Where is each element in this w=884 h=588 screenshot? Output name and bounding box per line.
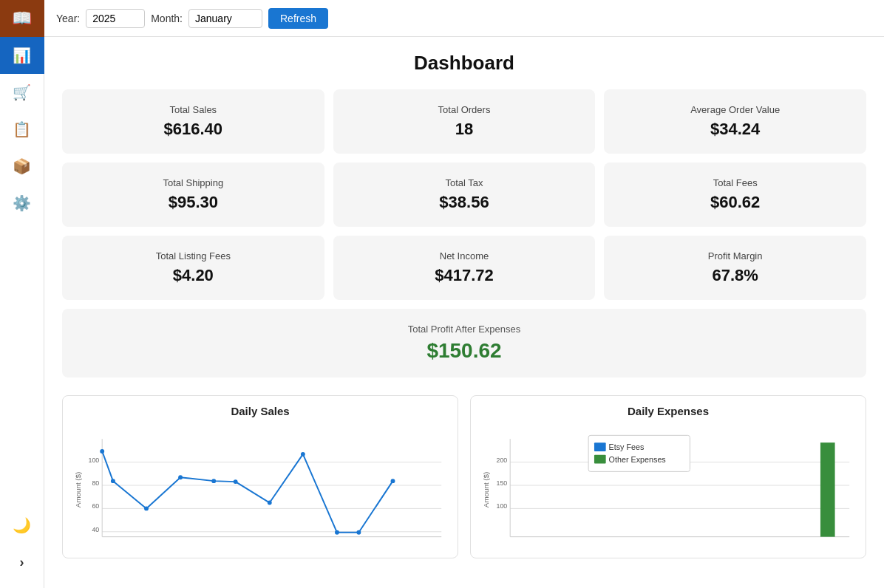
- svg-point-18: [301, 452, 305, 457]
- list-icon: 📋: [13, 120, 31, 138]
- sidebar: 📖 📊 🛒 📋 📦 ⚙️ 🌙 ›: [0, 0, 44, 588]
- sidebar-item-orders[interactable]: 🛒: [0, 74, 44, 111]
- main-content: Year: Month: Refresh Dashboard Total Sal…: [44, 0, 884, 588]
- metric-total-shipping-label: Total Shipping: [77, 177, 310, 188]
- profit-value: $150.62: [77, 339, 851, 363]
- svg-point-21: [391, 479, 395, 483]
- metric-listing-fees: Total Listing Fees $4.20: [62, 236, 324, 300]
- svg-point-12: [111, 479, 115, 483]
- metric-total-shipping-value: $95.30: [77, 193, 310, 212]
- svg-text:60: 60: [92, 502, 99, 510]
- daily-sales-svg: Amount ($) 40 60 80 100: [72, 423, 449, 549]
- metric-net-income-label: Net Income: [348, 250, 581, 261]
- svg-point-19: [335, 530, 339, 535]
- daily-sales-chart: Daily Sales Amount ($) 40 60 80 100: [62, 395, 458, 558]
- svg-point-20: [356, 530, 361, 535]
- metric-total-fees-label: Total Fees: [619, 177, 851, 188]
- sidebar-item-settings[interactable]: ⚙️: [0, 185, 44, 222]
- svg-text:Etsy Fees: Etsy Fees: [609, 442, 645, 451]
- svg-text:Amount ($): Amount ($): [482, 472, 490, 507]
- content-area: Dashboard Total Sales $616.40 Total Orde…: [44, 37, 884, 588]
- sidebar-collapse-button[interactable]: ›: [0, 544, 44, 581]
- svg-point-16: [234, 479, 238, 484]
- month-input[interactable]: [188, 9, 262, 28]
- metric-net-income-value: $417.72: [348, 266, 581, 285]
- metric-avg-order-value-label: Average Order Value: [619, 104, 851, 115]
- metric-avg-order-value-value: $34.24: [619, 120, 851, 139]
- year-label: Year:: [56, 13, 80, 24]
- metric-total-tax: Total Tax $38.56: [333, 163, 596, 227]
- profit-banner: Total Profit After Expenses $150.62: [62, 309, 866, 377]
- metric-net-income: Net Income $417.72: [333, 236, 596, 300]
- page-title: Dashboard: [62, 52, 866, 75]
- daily-expenses-chart: Daily Expenses Amount ($) 100 150 200: [470, 395, 866, 558]
- box-icon: 📦: [13, 157, 31, 175]
- topbar: Year: Month: Refresh: [44, 0, 884, 37]
- sidebar-item-darkmode[interactable]: 🌙: [0, 507, 44, 544]
- year-input[interactable]: [86, 9, 145, 28]
- svg-rect-31: [820, 442, 835, 536]
- svg-text:150: 150: [497, 479, 508, 487]
- daily-sales-area: Amount ($) 40 60 80 100: [72, 423, 449, 549]
- svg-text:Amount ($): Amount ($): [74, 472, 82, 507]
- chevron-right-icon: ›: [20, 555, 24, 570]
- metric-listing-fees-label: Total Listing Fees: [77, 250, 310, 261]
- metric-listing-fees-value: $4.20: [77, 266, 310, 285]
- moon-icon: 🌙: [13, 516, 31, 534]
- svg-text:40: 40: [92, 526, 99, 533]
- metric-total-tax-label: Total Tax: [348, 177, 581, 188]
- metric-total-sales-value: $616.40: [77, 120, 310, 139]
- metric-total-sales: Total Sales $616.40: [62, 89, 324, 154]
- svg-text:100: 100: [497, 502, 508, 510]
- metric-total-sales-label: Total Sales: [77, 104, 310, 115]
- daily-sales-title: Daily Sales: [72, 405, 449, 417]
- sidebar-item-listings[interactable]: 📋: [0, 111, 44, 148]
- daily-expenses-title: Daily Expenses: [480, 405, 857, 417]
- profit-label: Total Profit After Expenses: [77, 324, 851, 335]
- svg-text:Other Expenses: Other Expenses: [609, 455, 666, 464]
- metric-total-fees: Total Fees $60.62: [604, 163, 866, 227]
- metric-total-orders: Total Orders 18: [333, 89, 596, 154]
- daily-expenses-area: Amount ($) 100 150 200: [480, 423, 857, 549]
- charts-row: Daily Sales Amount ($) 40 60 80 100: [62, 395, 866, 558]
- metric-profit-margin-value: 67.8%: [619, 266, 851, 285]
- metrics-row-3: Total Listing Fees $4.20 Net Income $417…: [62, 236, 866, 300]
- refresh-button[interactable]: Refresh: [268, 8, 328, 29]
- svg-point-15: [211, 479, 216, 483]
- metric-profit-margin: Profit Margin 67.8%: [604, 236, 866, 300]
- sidebar-item-dashboard[interactable]: 📊: [0, 37, 44, 74]
- svg-rect-32: [588, 435, 690, 471]
- svg-point-14: [178, 475, 183, 479]
- month-label: Month:: [151, 13, 183, 24]
- gear-icon: ⚙️: [13, 194, 31, 212]
- metric-total-orders-value: 18: [348, 120, 581, 139]
- svg-text:200: 200: [497, 457, 508, 464]
- sidebar-bottom: 🌙 ›: [0, 507, 44, 588]
- metric-total-fees-value: $60.62: [619, 193, 851, 212]
- svg-text:100: 100: [89, 457, 100, 464]
- cart-icon: 🛒: [13, 83, 31, 101]
- daily-expenses-svg: Amount ($) 100 150 200: [480, 423, 857, 549]
- sidebar-logo[interactable]: 📖: [0, 0, 44, 37]
- svg-rect-35: [594, 455, 606, 464]
- metric-total-tax-value: $38.56: [348, 193, 581, 212]
- metric-profit-margin-label: Profit Margin: [619, 250, 851, 261]
- metrics-row-1: Total Sales $616.40 Total Orders 18 Aver…: [62, 89, 866, 154]
- svg-point-13: [144, 506, 149, 510]
- metrics-row-2: Total Shipping $95.30 Total Tax $38.56 T…: [62, 163, 866, 227]
- metric-total-shipping: Total Shipping $95.30: [62, 163, 324, 227]
- svg-text:80: 80: [92, 479, 99, 487]
- svg-point-17: [268, 501, 272, 505]
- svg-point-11: [100, 449, 104, 454]
- metric-avg-order-value: Average Order Value $34.24: [604, 89, 866, 154]
- svg-rect-33: [594, 442, 606, 451]
- metric-total-orders-label: Total Orders: [348, 104, 581, 115]
- chart-icon: 📊: [13, 47, 31, 64]
- sidebar-item-inventory[interactable]: 📦: [0, 148, 44, 185]
